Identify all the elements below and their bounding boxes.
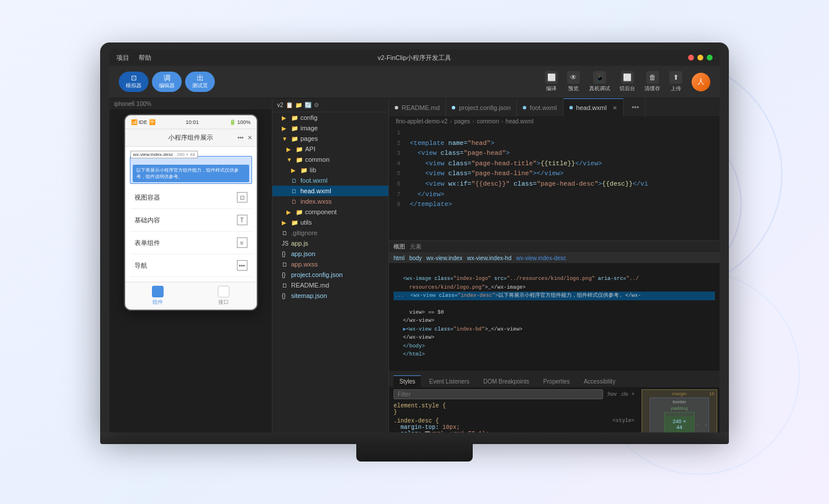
tab-more[interactable]: ••• (623, 98, 646, 117)
file-icon: {} (282, 251, 289, 257)
box-model: margin 10 border - padding (642, 389, 717, 432)
tree-item-app-wxss[interactable]: 🗋 app.wxss (272, 259, 388, 269)
bc-wx-view-index-desc[interactable]: wx-view.index-desc (516, 255, 566, 261)
editor-button[interactable]: 调 编辑器 (152, 72, 182, 92)
tree-item-pages[interactable]: ▼ 📁 pages (272, 133, 388, 144)
chevron-right-icon: ▶ (282, 115, 289, 121)
new-folder-icon[interactable]: 📁 (295, 102, 302, 108)
debug-panel: 概图 元素 html body wx-view.index wx-view.i (389, 240, 720, 432)
tree-item-component[interactable]: ▶ 📁 component (272, 207, 388, 217)
file-tree-header: v2 📋 📁 🔄 ⚙ (272, 98, 388, 112)
tab-head-wxml[interactable]: head.wxml ✕ (564, 98, 624, 117)
battery-indicator: 🔋 100% (229, 119, 251, 125)
file-icon: JS (282, 240, 289, 247)
menu-item-basic-content[interactable]: 基础内容 T (130, 209, 252, 232)
folder-icon: 📁 (291, 136, 298, 142)
bc-body[interactable]: body (409, 255, 422, 261)
test-button[interactable]: 出 测试页 (185, 72, 215, 92)
styles-tab[interactable]: Styles (394, 375, 421, 387)
folder-icon: 📁 (300, 167, 307, 173)
bc-wx-view-index-hd[interactable]: wx-view.index-hd (467, 255, 511, 261)
tree-item-index-wxss[interactable]: 🗋 index.wxss (272, 196, 388, 207)
tab-interface[interactable]: 接口 (191, 286, 257, 306)
phone-nav-bar: 小程序组件展示 ••• ✕ (125, 129, 257, 147)
bc-html[interactable]: html (394, 255, 405, 261)
menu-help[interactable]: 帮助 (139, 54, 151, 62)
tree-item-image[interactable]: ▶ 📁 image (272, 123, 388, 133)
elements-tab[interactable]: 元素 (410, 243, 421, 251)
tab-component[interactable]: 组件 (125, 286, 191, 306)
close-button[interactable] (688, 55, 694, 61)
title-bar: 项目 帮助 v2-FinClip小程序开发工具 (109, 49, 720, 66)
minimize-button[interactable] (697, 55, 703, 61)
chevron-right-icon: ▶ (282, 125, 289, 132)
tree-item-common[interactable]: ▼ 📁 common (272, 154, 388, 165)
tree-item-readme[interactable]: 🗋 README.md (272, 280, 388, 290)
menu-item-form[interactable]: 表单组件 ≡ (130, 232, 252, 254)
refresh-icon[interactable]: 🔄 (304, 102, 311, 108)
tab-close-icon[interactable]: ✕ (612, 105, 617, 111)
event-listeners-tab[interactable]: Event Listeners (423, 376, 475, 387)
copy-icon[interactable]: 📋 (286, 102, 293, 108)
main-area: iphone6 100% 📶 IDE 🛜 10:01 🔋 100% (109, 98, 720, 432)
code-lines: 1 2 3 4 5 6 7 8 <template name="head"> <… (389, 126, 720, 240)
tree-item-lib[interactable]: ▶ 📁 lib (272, 165, 388, 175)
maximize-button[interactable] (707, 55, 713, 61)
menu-project[interactable]: 项目 (116, 54, 129, 62)
tree-item-api[interactable]: ▶ 📁 API (272, 144, 388, 154)
interface-tab-icon (218, 286, 229, 297)
clock: 10:01 (186, 119, 199, 125)
styles-panel: :hov .cls + element.style { } (389, 387, 720, 432)
cls-badge[interactable]: .cls (620, 391, 628, 397)
highlight-label: wx-view.index-desc 240 × 44 (130, 151, 199, 158)
bc-wx-view-index[interactable]: wx-view.index (427, 255, 463, 261)
tree-item-app-json[interactable]: {} app.json (272, 249, 388, 259)
preview-label: iphone6 100% (109, 98, 272, 109)
more-tabs-icon: ••• (632, 104, 639, 112)
debug-html-preview: <wx-image class="index-logo" src="../res… (389, 263, 720, 371)
overview-tab[interactable]: 概图 (394, 243, 405, 251)
compile-action[interactable]: ⬜ 编译 (545, 71, 558, 93)
clear-cache-action[interactable]: 🗑 清缓存 (644, 71, 660, 93)
tree-item-foot-wxml[interactable]: 🗋 foot.wxml (272, 175, 388, 186)
tree-item-app-js[interactable]: JS app.js (272, 238, 388, 249)
chevron-right-icon: ▶ (282, 219, 289, 226)
form-icon: ≡ (237, 237, 247, 248)
hov-badge[interactable]: :hov (607, 391, 617, 397)
user-avatar[interactable]: 人 (692, 73, 710, 91)
tree-item-gitignore[interactable]: 🗋 .gitignore (272, 228, 388, 238)
tree-item-sitemap[interactable]: {} sitemap.json (272, 290, 388, 301)
tab-readme[interactable]: README.md (389, 98, 446, 117)
settings-icon[interactable]: ⚙ (314, 102, 319, 108)
upload-action[interactable]: ⬆ 上传 (669, 71, 682, 93)
code-editor[interactable]: 1 2 3 4 5 6 7 8 <template name="head"> <… (389, 126, 720, 240)
simulator-button[interactable]: ⊡ 模拟器 (119, 72, 148, 92)
filter-input[interactable] (394, 389, 603, 399)
border-box: border - padding - 240 × 44 - (650, 397, 709, 432)
device-debug-action[interactable]: 📱 真机调试 (589, 71, 610, 93)
tree-item-head-wxml[interactable]: 🗋 head.wxml (272, 186, 388, 196)
accessibility-tab[interactable]: Accessibility (578, 376, 621, 387)
menu-item-view-container[interactable]: 视图容器 ⊡ (130, 186, 252, 209)
toolbar-left: ⊡ 模拟器 调 编辑器 出 测试页 (119, 72, 215, 92)
folder-icon: 📁 (296, 146, 303, 152)
debug-breadcrumb-bar: html body wx-view.index wx-view.index-hd… (389, 253, 720, 263)
phone-status-bar: 📶 IDE 🛜 10:01 🔋 100% (125, 115, 257, 129)
tree-item-utils[interactable]: ▶ 📁 utils (272, 217, 388, 228)
preview-action[interactable]: 👁 预览 (567, 71, 580, 93)
breadcrumb-part-4: head.wxml (506, 118, 534, 125)
tab-project-config[interactable]: project.config.json (446, 98, 517, 117)
tree-item-project-config[interactable]: {} project.config.json (272, 269, 388, 280)
tab-dot-wxml (523, 106, 526, 109)
properties-tab[interactable]: Properties (537, 376, 576, 387)
tree-item-config[interactable]: ▶ 📁 config (272, 112, 388, 123)
add-badge[interactable]: + (632, 391, 635, 397)
background-action[interactable]: ⬜ 切后台 (619, 71, 635, 93)
screen-bezel: 项目 帮助 v2-FinClip小程序开发工具 ⊡ 模拟器 (100, 42, 729, 432)
file-icon: 🗋 (291, 198, 298, 205)
tab-foot-wxml[interactable]: foot.wxml (517, 98, 563, 117)
laptop: 项目 帮助 v2-FinClip小程序开发工具 ⊡ 模拟器 (100, 42, 729, 462)
dom-breakpoints-tab[interactable]: DOM Breakpoints (477, 376, 535, 387)
folder-icon: 📁 (291, 115, 298, 121)
menu-item-nav[interactable]: 导航 ••• (130, 254, 252, 277)
